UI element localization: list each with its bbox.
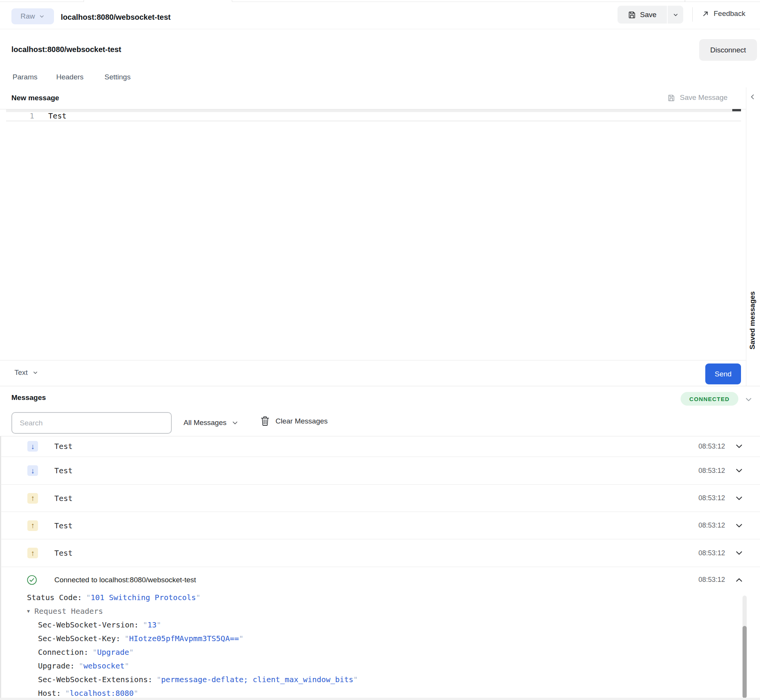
message-text: Test xyxy=(54,521,73,530)
header-name: Host: xyxy=(38,689,61,698)
message-text: Test xyxy=(54,466,73,475)
chevron-down-icon xyxy=(735,466,743,475)
window-bottom-edge xyxy=(0,698,760,700)
header-value: permessage-deflate; client_max_window_bi… xyxy=(157,675,358,684)
message-row-sent[interactable]: ↑Test08:53:12 xyxy=(0,485,760,512)
header-name: Sec-WebSocket-Version: xyxy=(38,620,139,629)
save-message-button[interactable]: Save Message xyxy=(667,93,728,102)
success-icon xyxy=(27,574,37,586)
detail-line: Sec-WebSocket-Version:13 xyxy=(38,618,161,632)
tab-headers[interactable]: Headers xyxy=(56,73,84,81)
connection-options-button[interactable] xyxy=(745,396,752,403)
save-button[interactable]: Save xyxy=(618,6,667,24)
header-name: Connection: xyxy=(38,648,88,657)
message-row-connected[interactable]: Connected to localhost:8080/websocket-te… xyxy=(0,567,760,593)
connected-check-icon xyxy=(27,575,37,585)
save-message-label: Save Message xyxy=(680,93,728,102)
sent-icon: ↑ xyxy=(27,493,38,504)
header-divider xyxy=(692,7,693,22)
detail-line: Connection:Upgrade xyxy=(38,645,134,659)
clear-messages-button[interactable]: Clear Messages xyxy=(261,416,328,426)
received-icon: ↓ xyxy=(27,465,38,476)
message-timestamp: 08:53:12 xyxy=(698,549,725,557)
request-headers-label[interactable]: Request Headers xyxy=(35,607,103,616)
request-method-dropdown[interactable]: Raw xyxy=(11,8,54,24)
expand-message-button[interactable] xyxy=(735,466,743,475)
message-filter-dropdown[interactable]: All Messages xyxy=(184,419,238,427)
detail-line: Upgrade:websocket xyxy=(38,659,129,673)
messages-heading: Messages xyxy=(11,393,46,402)
message-timestamp: 08:53:12 xyxy=(698,467,725,475)
messages-pane-border xyxy=(0,386,760,386)
chevron-down-icon xyxy=(735,494,743,502)
feedback-link[interactable]: Feedback xyxy=(702,9,745,18)
active-tab-left-edge xyxy=(84,0,84,2)
send-button[interactable]: Send xyxy=(705,363,741,384)
sent-icon: ↑ xyxy=(27,548,38,558)
message-row-received[interactable]: ↓Test08:53:12 xyxy=(0,436,760,457)
trash-icon xyxy=(261,416,269,426)
editor-scroll-gutter xyxy=(6,109,741,112)
chevron-left-icon xyxy=(749,93,756,100)
search-input[interactable] xyxy=(11,412,172,434)
header-value: 13 xyxy=(143,620,161,629)
detail-line: Status Code:101 Switching Protocols xyxy=(27,591,201,604)
expand-message-button[interactable] xyxy=(735,521,743,530)
editor-scrollbar-thumb[interactable] xyxy=(732,109,741,111)
expand-message-button[interactable] xyxy=(735,442,743,450)
expand-saved-messages-button[interactable] xyxy=(749,93,756,100)
message-format-label: Text xyxy=(14,368,28,377)
received-icon: ↓ xyxy=(27,441,38,452)
save-options-button[interactable] xyxy=(668,6,683,24)
saved-messages-label: Saved messages xyxy=(748,228,757,349)
disconnect-button[interactable]: Disconnect xyxy=(699,39,757,61)
editor-line-number: 1 xyxy=(30,111,34,120)
chevron-down-icon xyxy=(735,521,743,530)
message-text: Connected to localhost:8080/websocket-te… xyxy=(54,576,196,584)
active-tab-right-edge xyxy=(232,0,232,2)
chevron-up-icon xyxy=(735,576,743,584)
websocket-url: localhost:8080/websocket-test xyxy=(11,45,121,54)
header-value: localhost:8080 xyxy=(65,689,138,698)
send-button-label: Send xyxy=(715,370,732,378)
tab-separator xyxy=(685,0,685,2)
detail-line: Sec-WebSocket-Key:HIotze05pfMAvpmm3TS5QA… xyxy=(38,632,244,645)
message-editor-text[interactable]: Test xyxy=(48,111,66,120)
expand-message-button[interactable] xyxy=(735,576,743,584)
save-split-button: Save xyxy=(618,6,683,24)
header-bottom-border xyxy=(0,29,760,29)
page-title: localhost:8080/websocket-test xyxy=(61,13,171,22)
tab-params[interactable]: Params xyxy=(13,73,37,81)
chevron-down-icon xyxy=(735,549,743,557)
header-value: websocket xyxy=(79,661,129,670)
status-code-key: Status Code: xyxy=(27,593,82,602)
header-name: Upgrade: xyxy=(38,661,74,670)
collapse-triangle-icon[interactable]: ▾ xyxy=(27,608,30,615)
message-format-dropdown[interactable]: Text xyxy=(14,368,38,377)
header-name: Sec-WebSocket-Key: xyxy=(38,634,120,643)
message-row-received[interactable]: ↓Test08:53:12 xyxy=(0,457,760,485)
message-timestamp: 08:53:12 xyxy=(698,576,725,584)
sent-icon: ↑ xyxy=(27,520,38,531)
editor-active-line[interactable] xyxy=(6,112,741,121)
header-name: Sec-WebSocket-Extensions: xyxy=(38,675,152,684)
save-icon xyxy=(667,94,675,102)
expand-message-button[interactable] xyxy=(735,494,743,502)
details-scrollbar-thumb[interactable] xyxy=(743,626,747,698)
chevron-down-icon xyxy=(232,420,238,426)
message-row-sent[interactable]: ↑Test08:53:12 xyxy=(0,539,760,567)
message-text: Test xyxy=(54,494,73,503)
tabstrip-border-right xyxy=(232,2,760,2)
message-row-sent[interactable]: ↑Test08:53:12 xyxy=(0,512,760,539)
message-timestamp: 08:53:12 xyxy=(698,494,725,502)
header-value: HIotze05pfMAvpmm3TS5QA== xyxy=(125,634,244,643)
websocket-client-window: Raw localhost:8080/websocket-test Save F… xyxy=(0,0,760,700)
tab-settings[interactable]: Settings xyxy=(104,73,131,81)
detail-line: ▾Request Headers xyxy=(27,604,103,618)
request-method-label: Raw xyxy=(21,12,35,21)
disconnect-label: Disconnect xyxy=(710,46,746,54)
expand-message-button[interactable] xyxy=(735,549,743,557)
message-filter-label: All Messages xyxy=(184,419,226,427)
external-link-icon xyxy=(702,10,709,17)
message-timestamp: 08:53:12 xyxy=(698,442,725,450)
